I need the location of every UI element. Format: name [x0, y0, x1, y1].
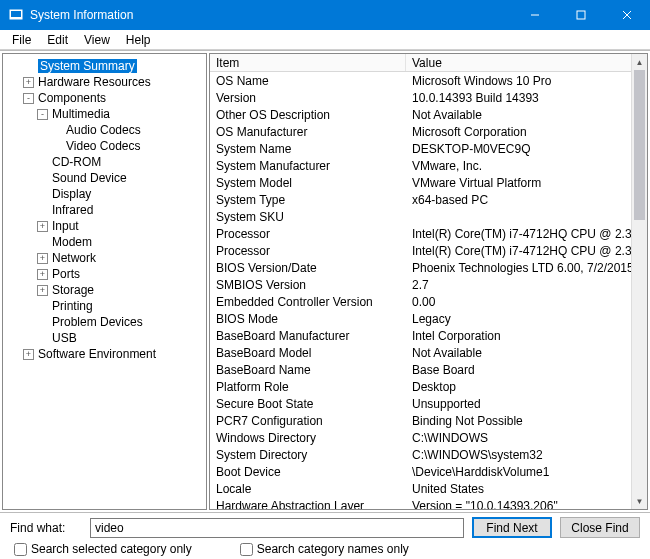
scroll-up-icon[interactable]: ▲: [632, 54, 647, 70]
details-header: Item Value: [210, 54, 647, 72]
table-row[interactable]: System DirectoryC:\WINDOWS\system32: [210, 446, 631, 463]
tree-item[interactable]: -Multimedia: [33, 106, 204, 122]
table-row[interactable]: System ModelVMware Virtual Platform: [210, 174, 631, 191]
cell-value: C:\WINDOWS\system32: [406, 448, 631, 462]
details-rows: OS NameMicrosoft Windows 10 ProVersion10…: [210, 72, 631, 509]
tree-item[interactable]: Display: [33, 186, 204, 202]
collapse-icon[interactable]: -: [23, 93, 34, 104]
column-header-item[interactable]: Item: [210, 54, 406, 71]
expand-icon[interactable]: +: [37, 253, 48, 264]
table-row[interactable]: OS NameMicrosoft Windows 10 Pro: [210, 72, 631, 89]
tree-item[interactable]: Infrared: [33, 202, 204, 218]
table-row[interactable]: System ManufacturerVMware, Inc.: [210, 157, 631, 174]
expand-icon[interactable]: +: [23, 349, 34, 360]
tree-item[interactable]: System Summary: [19, 58, 204, 74]
cell-value: 2.7: [406, 278, 631, 292]
expand-icon[interactable]: +: [37, 221, 48, 232]
tree-item[interactable]: Problem Devices: [33, 314, 204, 330]
category-tree[interactable]: System Summary+Hardware Resources-Compon…: [2, 53, 207, 510]
table-row[interactable]: System Typex64-based PC: [210, 191, 631, 208]
table-row[interactable]: BIOS ModeLegacy: [210, 310, 631, 327]
table-row[interactable]: Other OS DescriptionNot Available: [210, 106, 631, 123]
expand-icon[interactable]: +: [23, 77, 34, 88]
tree-item[interactable]: +Ports: [33, 266, 204, 282]
menu-file[interactable]: File: [4, 31, 39, 49]
find-next-button[interactable]: Find Next: [472, 517, 552, 538]
table-row[interactable]: BaseBoard NameBase Board: [210, 361, 631, 378]
tree-item-label: Storage: [52, 283, 94, 297]
table-row[interactable]: BaseBoard ModelNot Available: [210, 344, 631, 361]
expand-icon[interactable]: +: [37, 285, 48, 296]
cell-item: BaseBoard Manufacturer: [210, 329, 406, 343]
cell-value: C:\WINDOWS: [406, 431, 631, 445]
menu-edit[interactable]: Edit: [39, 31, 76, 49]
cell-item: System SKU: [210, 210, 406, 224]
tree-item-label: Printing: [52, 299, 93, 313]
find-input[interactable]: [90, 518, 464, 538]
table-row[interactable]: ProcessorIntel(R) Core(TM) i7-4712HQ CPU…: [210, 225, 631, 242]
search-selected-only-checkbox[interactable]: [14, 543, 27, 556]
tree-item[interactable]: CD-ROM: [33, 154, 204, 170]
collapse-icon[interactable]: -: [37, 109, 48, 120]
expand-icon[interactable]: +: [37, 269, 48, 280]
tree-item[interactable]: Modem: [33, 234, 204, 250]
table-row[interactable]: Platform RoleDesktop: [210, 378, 631, 395]
table-row[interactable]: System SKU: [210, 208, 631, 225]
tree-item[interactable]: +Hardware Resources: [19, 74, 204, 90]
search-selected-only-option[interactable]: Search selected category only: [14, 542, 192, 556]
tree-item[interactable]: Video Codecs: [47, 138, 204, 154]
details-pane: Item Value OS NameMicrosoft Windows 10 P…: [209, 53, 648, 510]
svg-rect-3: [577, 11, 585, 19]
tree-item[interactable]: +Input: [33, 218, 204, 234]
tree-item-label: Modem: [52, 235, 92, 249]
minimize-button[interactable]: [512, 0, 558, 30]
table-row[interactable]: ProcessorIntel(R) Core(TM) i7-4712HQ CPU…: [210, 242, 631, 259]
tree-spacer: [37, 189, 48, 200]
table-row[interactable]: PCR7 ConfigurationBinding Not Possible: [210, 412, 631, 429]
tree-spacer: [37, 333, 48, 344]
vertical-scrollbar[interactable]: ▲ ▼: [631, 54, 647, 509]
maximize-button[interactable]: [558, 0, 604, 30]
scroll-down-icon[interactable]: ▼: [632, 493, 647, 509]
table-row[interactable]: Boot Device\Device\HarddiskVolume1: [210, 463, 631, 480]
tree-item[interactable]: Sound Device: [33, 170, 204, 186]
scroll-thumb[interactable]: [634, 70, 645, 220]
tree-item-label: System Summary: [38, 59, 137, 73]
search-names-only-option[interactable]: Search category names only: [240, 542, 409, 556]
tree-item[interactable]: +Software Environment: [19, 346, 204, 362]
column-header-value[interactable]: Value: [406, 54, 647, 71]
table-row[interactable]: OS ManufacturerMicrosoft Corporation: [210, 123, 631, 140]
window-title: System Information: [30, 8, 133, 22]
tree-item[interactable]: -Components: [19, 90, 204, 106]
tree-item[interactable]: Printing: [33, 298, 204, 314]
table-row[interactable]: BaseBoard ManufacturerIntel Corporation: [210, 327, 631, 344]
cell-value: VMware Virtual Platform: [406, 176, 631, 190]
table-row[interactable]: BIOS Version/DatePhoenix Technologies LT…: [210, 259, 631, 276]
tree-item[interactable]: +Network: [33, 250, 204, 266]
table-row[interactable]: Secure Boot StateUnsupported: [210, 395, 631, 412]
tree-item[interactable]: Audio Codecs: [47, 122, 204, 138]
close-button[interactable]: [604, 0, 650, 30]
table-row[interactable]: Embedded Controller Version0.00: [210, 293, 631, 310]
table-row[interactable]: LocaleUnited States: [210, 480, 631, 497]
menu-view[interactable]: View: [76, 31, 118, 49]
cell-item: System Model: [210, 176, 406, 190]
close-find-button[interactable]: Close Find: [560, 517, 640, 538]
search-names-only-checkbox[interactable]: [240, 543, 253, 556]
tree-item-label: Sound Device: [52, 171, 127, 185]
tree-spacer: [37, 157, 48, 168]
table-row[interactable]: Hardware Abstraction LayerVersion = "10.…: [210, 497, 631, 509]
table-row[interactable]: System NameDESKTOP-M0VEC9Q: [210, 140, 631, 157]
cell-item: Locale: [210, 482, 406, 496]
menu-help[interactable]: Help: [118, 31, 159, 49]
table-row[interactable]: SMBIOS Version2.7: [210, 276, 631, 293]
svg-rect-1: [11, 11, 21, 17]
tree-item[interactable]: USB: [33, 330, 204, 346]
table-row[interactable]: Windows DirectoryC:\WINDOWS: [210, 429, 631, 446]
tree-item-label: Components: [38, 91, 106, 105]
table-row[interactable]: Version10.0.14393 Build 14393: [210, 89, 631, 106]
cell-value: \Device\HarddiskVolume1: [406, 465, 631, 479]
cell-item: System Manufacturer: [210, 159, 406, 173]
scroll-track[interactable]: [632, 70, 647, 493]
tree-item[interactable]: +Storage: [33, 282, 204, 298]
